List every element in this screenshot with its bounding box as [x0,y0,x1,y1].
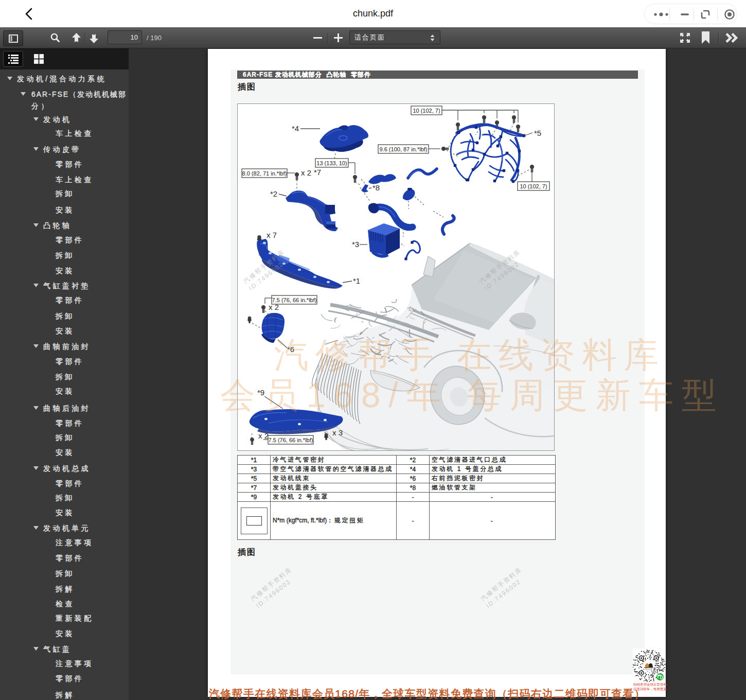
svg-text:9.6 (100, 87 in.*lbf): 9.6 (100, 87 in.*lbf) [380,146,428,152]
svg-text:7.5 (76, 66 in.*lbf): 7.5 (76, 66 in.*lbf) [272,297,317,303]
svg-text:10 (102, 7): 10 (102, 7) [413,108,440,114]
svg-text:*3: *3 [352,240,359,249]
svg-text:*2: *2 [270,189,277,198]
svg-text:x 2: x 2 [269,303,279,311]
svg-text:*4: *4 [292,124,299,133]
svg-text:x 2: x 2 [258,431,269,440]
svg-text:*1: *1 [353,276,360,285]
svg-text:*5: *5 [534,129,541,137]
svg-text:8.0 (82, 71 in.*lbf): 8.0 (82, 71 in.*lbf) [242,170,287,177]
svg-text:x 3: x 3 [332,428,343,437]
svg-text:7.5 (76, 66 in.*lbf): 7.5 (76, 66 in.*lbf) [269,437,313,443]
svg-text:10 (102, 7): 10 (102, 7) [520,183,547,189]
svg-text:x 2: x 2 [301,168,311,177]
svg-text:*8: *8 [372,183,380,192]
svg-text:x 7: x 7 [267,231,277,239]
svg-text:*7: *7 [314,168,321,177]
svg-text:13 (133, 10): 13 (133, 10) [316,160,347,166]
